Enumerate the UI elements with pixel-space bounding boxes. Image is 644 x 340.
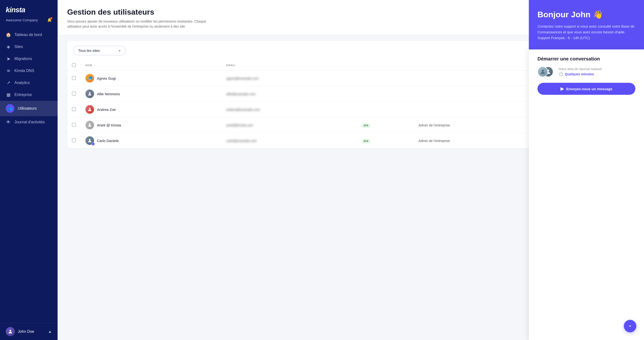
user-name: Andrea Zoe <box>97 108 116 112</box>
username: John Doe <box>18 330 34 334</box>
user-cell: Andrea Zoe <box>86 105 217 114</box>
sidebar-label: Utilisateurs <box>18 106 37 110</box>
user-avatar <box>6 327 15 336</box>
svg-point-0 <box>9 330 11 332</box>
logo: kinsta <box>0 0 58 16</box>
svg-point-1 <box>89 92 91 94</box>
sidebar-label: Migrations <box>14 57 32 61</box>
user-cell: Allie Nimmons <box>86 90 217 98</box>
panel-greeting: Bonjour John 👋 <box>538 10 635 19</box>
analytics-icon: ↗ <box>6 80 11 86</box>
journal-icon: 👁 <box>6 120 11 125</box>
sidebar-label: Entreprise <box>14 92 32 97</box>
agent-avatars <box>538 66 555 77</box>
fab-button[interactable] <box>624 320 636 332</box>
entreprise-icon: ▦ <box>6 92 11 98</box>
sidebar-item-entreprise[interactable]: ▦ Entreprise <box>0 89 58 101</box>
user-cell: K Carlo Daniele <box>86 136 217 145</box>
sites-icon: ◈ <box>6 44 11 50</box>
support-panel: Bonjour John 👋 Contactez notre support s… <box>529 0 644 340</box>
sort-arrow-icon: ↑ <box>94 64 96 67</box>
user-name: Allie Nimmons <box>97 92 120 96</box>
user-email: agnes@example.com <box>226 76 259 80</box>
avatar: 🧢 <box>86 74 94 82</box>
wave-emoji: 👋 <box>593 10 603 19</box>
avatar <box>86 105 94 114</box>
chevron-down-icon: ▾ <box>119 49 120 52</box>
sidebar-label: Tableau de bord <box>14 33 42 37</box>
sidebar-item-utilisateurs[interactable]: 👥 Utilisateurs <box>0 101 58 116</box>
panel-bottom: Démarrer une conversation Notre délai de… <box>529 50 644 340</box>
user-cell: Anett @ Kinsta <box>86 121 217 129</box>
sidebar-item-tableau-de-bord[interactable]: 🏠 Tableau de bord <box>0 29 58 41</box>
role-text: Admin de l'entreprise <box>418 123 450 127</box>
svg-point-4 <box>89 139 91 140</box>
select-all-checkbox[interactable] <box>72 63 76 67</box>
bell-icon[interactable]: 🔔 <box>47 18 52 22</box>
panel-top: Bonjour John 👋 Contactez notre support s… <box>529 0 644 50</box>
svg-point-3 <box>89 123 91 125</box>
sidebar-item-journal[interactable]: 👁 Journal d'activités <box>0 116 58 128</box>
clock-icon: 🕐 <box>558 72 564 76</box>
company-name[interactable]: Awesome Company 🔔 <box>0 16 58 27</box>
conversation-title: Démarrer une conversation <box>538 56 635 62</box>
agent-row: Notre délai de réponse habituel 🕐 Quelqu… <box>538 66 635 77</box>
kinsta-badge-icon: K <box>92 142 95 146</box>
row-checkbox[interactable] <box>72 76 76 80</box>
migrations-icon: ➤ <box>6 56 11 62</box>
user-name: Agnes Gugi <box>97 76 116 80</box>
chevron-down-icon <box>627 323 633 329</box>
twofa-badge: 2FA <box>362 123 370 128</box>
user-email: allie@example.com <box>226 92 256 96</box>
avatar: K <box>86 136 94 145</box>
sidebar-nav: 🏠 Tableau de bord ◈ Sites ➤ Migrations ≋… <box>0 27 58 323</box>
chevron-up-icon: ▲ <box>48 330 52 334</box>
col-twofa <box>357 60 414 70</box>
sidebar-item-kinsta-dns[interactable]: ≋ Kinsta DNS <box>0 65 58 77</box>
sidebar-label: Kinsta DNS <box>14 68 34 73</box>
user-cell: 🧢 Agnes Gugi <box>86 74 217 82</box>
twofa-badge: 2FA <box>362 139 370 143</box>
user-name: Carlo Daniele <box>97 139 119 143</box>
role-text: Admin de l'entreprise <box>418 139 450 143</box>
col-nom[interactable]: NOM ↑ <box>80 60 222 70</box>
response-time: 🕐 Quelques minutes <box>558 72 635 76</box>
sidebar-label: Journal d'activités <box>14 120 45 124</box>
sidebar-footer[interactable]: John Doe ▲ <box>0 323 58 340</box>
send-message-button[interactable]: ▶ Envoyez-nous un message <box>538 83 635 95</box>
col-email: EMAIL <box>222 60 357 70</box>
avatar <box>86 121 94 129</box>
sidebar-item-analytics[interactable]: ↗ Analytics <box>0 77 58 89</box>
footer-user: John Doe <box>6 327 34 336</box>
user-name: Anett @ Kinsta <box>97 123 121 127</box>
svg-point-5 <box>542 70 544 72</box>
col-role <box>414 60 542 70</box>
avatar <box>86 90 94 98</box>
panel-description: Contactez notre support si vous avez con… <box>538 24 635 41</box>
row-checkbox[interactable] <box>72 107 76 111</box>
notification-dot <box>50 17 52 19</box>
site-filter-label: Tous les sites <box>78 48 100 52</box>
site-filter-dropdown[interactable]: Tous les sites ▾ <box>73 46 126 56</box>
users-icon: 👥 <box>6 104 14 113</box>
send-arrow-icon: ▶ <box>560 86 564 92</box>
user-email: andrea@example.com <box>226 108 260 112</box>
row-checkbox[interactable] <box>72 123 76 127</box>
sidebar-item-migrations[interactable]: ➤ Migrations <box>0 53 58 65</box>
page-description: Vous pouvez ajouter de nouveaux utilisat… <box>67 19 221 29</box>
sidebar-label: Sites <box>14 45 23 49</box>
row-checkbox[interactable] <box>72 138 76 142</box>
svg-point-2 <box>89 108 91 110</box>
logo-text: kinsta <box>6 6 25 14</box>
row-checkbox[interactable] <box>72 92 76 96</box>
agent-avatar-1 <box>538 66 548 77</box>
response-label: Notre délai de réponse habituel <box>558 67 635 71</box>
dns-icon: ≋ <box>6 68 11 74</box>
agent-info: Notre délai de réponse habituel 🕐 Quelqu… <box>558 67 635 76</box>
user-email: carlo@example.com <box>226 139 257 143</box>
user-email: anett@kinsta.com <box>226 123 253 127</box>
sidebar: kinsta Awesome Company 🔔 🏠 Tableau de bo… <box>0 0 58 340</box>
sidebar-item-sites[interactable]: ◈ Sites <box>0 41 58 53</box>
home-icon: 🏠 <box>6 32 11 38</box>
sidebar-label: Analytics <box>14 80 30 85</box>
